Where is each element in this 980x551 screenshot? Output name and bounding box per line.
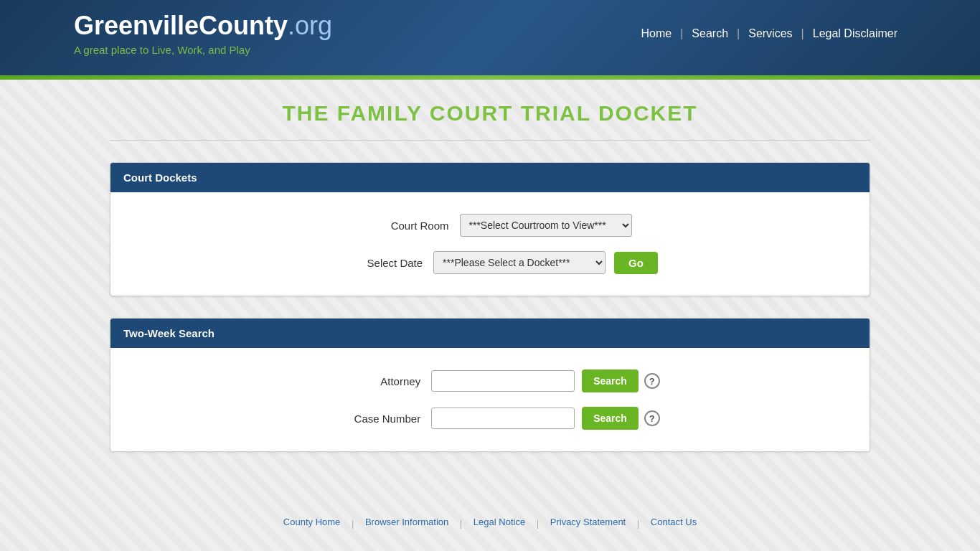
logo-title: GreenvilleCounty.org (74, 11, 332, 41)
two-week-search-body: Attorney Search ? Case Number Search ? (110, 348, 870, 451)
court-dockets-card: Court Dockets Court Room ***Select Court… (110, 162, 870, 296)
case-number-search-button[interactable]: Search (582, 407, 639, 430)
title-divider (110, 140, 870, 141)
court-dockets-header: Court Dockets (110, 163, 870, 192)
case-number-label: Case Number (320, 413, 420, 425)
attorney-help-icon[interactable]: ? (644, 373, 660, 389)
attorney-input[interactable] (431, 370, 575, 392)
page-title: THE FAMILY COURT TRIAL DOCKET (110, 101, 870, 126)
two-week-search-card: Two-Week Search Attorney Search ? Case N… (110, 318, 870, 452)
footer-links: County Home | Browser Information | Lega… (14, 517, 966, 531)
footer-contact-link[interactable]: Contact Us (642, 517, 705, 531)
two-week-search-header: Two-Week Search (110, 319, 870, 348)
nav-services-link[interactable]: Services (740, 27, 801, 40)
main-content: THE FAMILY COURT TRIAL DOCKET Court Dock… (95, 80, 885, 502)
courtroom-label: Court Room (349, 220, 449, 232)
footer-county-home-link[interactable]: County Home (275, 517, 349, 531)
date-select[interactable]: ***Please Select a Docket*** (433, 251, 606, 274)
footer-browser-info-link[interactable]: Browser Information (357, 517, 457, 531)
courtroom-row: Court Room ***Select Courtroom to View**… (139, 214, 841, 237)
attorney-row: Attorney Search ? (139, 369, 841, 392)
footer-privacy-link[interactable]: Privacy Statement (542, 517, 635, 531)
site-footer: County Home | Browser Information | Lega… (0, 502, 980, 545)
site-header: GreenvilleCounty.org A great place to Li… (0, 0, 980, 75)
case-number-help-icon[interactable]: ? (644, 410, 660, 426)
logo-area: GreenvilleCounty.org A great place to Li… (74, 11, 332, 56)
footer-legal-notice-link[interactable]: Legal Notice (465, 517, 534, 531)
logo-main: GreenvilleCounty (74, 11, 288, 40)
logo-org: .org (288, 11, 332, 40)
nav-home-link[interactable]: Home (633, 27, 681, 40)
date-row: Select Date ***Please Select a Docket***… (139, 251, 841, 274)
case-number-row: Case Number Search ? (139, 407, 841, 430)
nav-search-link[interactable]: Search (683, 27, 737, 40)
main-nav: Home | Search | Services | Legal Disclai… (633, 27, 906, 40)
attorney-search-button[interactable]: Search (582, 369, 639, 392)
attorney-label: Attorney (320, 375, 420, 387)
case-number-input[interactable] (431, 408, 575, 429)
go-button[interactable]: Go (614, 252, 658, 274)
courtroom-select[interactable]: ***Select Courtroom to View*** (460, 214, 632, 237)
date-label: Select Date (322, 257, 423, 269)
nav-legal-disclaimer-link[interactable]: Legal Disclaimer (804, 27, 906, 40)
court-dockets-body: Court Room ***Select Courtroom to View**… (110, 192, 870, 296)
logo-subtitle: A great place to Live, Work, and Play (74, 44, 332, 56)
